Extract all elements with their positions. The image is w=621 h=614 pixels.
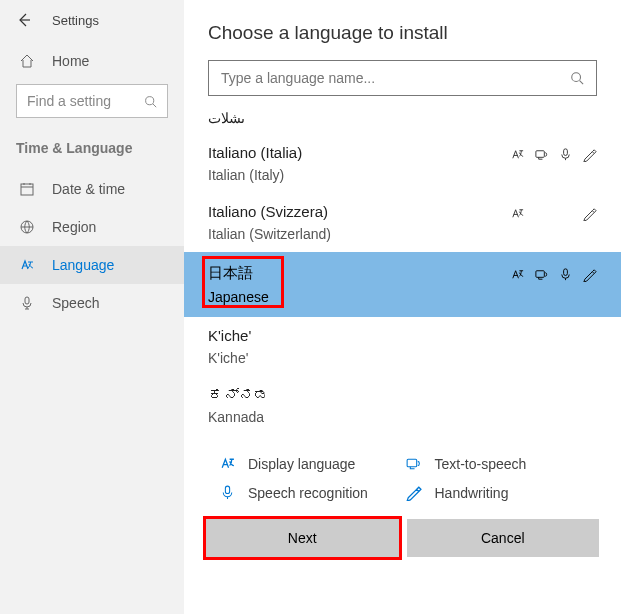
display-language-icon [509,266,525,282]
nav-speech[interactable]: Speech [0,284,184,322]
dialog-buttons: Next Cancel [206,519,599,557]
globe-icon [16,219,38,235]
svg-rect-6 [563,148,567,155]
find-placeholder: Find a setting [27,93,111,109]
svg-rect-5 [535,150,543,157]
svg-point-0 [146,96,154,104]
svg-rect-10 [225,486,229,493]
home-icon [16,53,38,69]
svg-rect-7 [535,270,543,277]
legend-handwriting: Handwriting [403,478,590,507]
display-language-icon [216,455,238,472]
settings-sidebar: Settings Home Find a setting Time & Lang… [0,0,184,614]
legend-speech-recognition: Speech recognition [216,478,403,507]
display-language-icon [509,146,525,162]
language-native-name: Italiano (Svizzera) [208,203,509,220]
nav-label: Region [52,219,96,235]
legend-tts: Text-to-speech [403,449,590,478]
cancel-button[interactable]: Cancel [407,519,600,557]
tts-icon [533,266,549,282]
language-english-name: K'iche' [208,350,597,366]
sidebar-title: Settings [52,13,99,28]
svg-rect-1 [21,184,33,195]
language-item[interactable]: ಕನ್ನಡ Kannada [184,376,621,435]
display-language-icon [509,205,525,221]
legend-label: Speech recognition [248,485,368,501]
language-item[interactable]: Italiano (Svizzera) Italian (Switzerland… [184,193,621,252]
language-list[interactable]: ىشلات Italiano (Italia) Italian (Italy) … [184,110,621,435]
tts-icon [533,146,549,162]
handwriting-icon [581,266,597,282]
svg-rect-8 [563,268,567,275]
back-icon[interactable] [16,12,32,28]
search-icon [144,95,157,108]
nav-region[interactable]: Region [0,208,184,246]
handwriting-icon [581,146,597,162]
handwriting-icon [581,205,597,221]
calendar-icon [16,181,38,197]
feature-legend: Display language Text-to-speech Speech r… [208,435,597,507]
legend-display-language: Display language [216,449,403,478]
legend-label: Text-to-speech [435,456,527,472]
section-header: Time & Language [0,134,184,170]
language-english-name: Japanese [208,289,509,305]
language-item[interactable]: ىشلات [184,110,621,134]
language-features [509,264,597,282]
speech-recognition-icon [557,266,573,282]
language-icon [16,257,38,273]
svg-rect-3 [25,297,29,304]
language-item-selected[interactable]: 日本語 Japanese [184,252,621,317]
speech-recognition-icon [216,484,238,501]
language-features [509,203,597,221]
dialog-title: Choose a language to install [208,22,597,44]
language-english-name: Italian (Switzerland) [208,226,509,242]
language-search-input[interactable]: Type a language name... [208,60,597,96]
sidebar-header: Settings [0,12,184,42]
nav-label: Home [52,53,89,69]
legend-label: Display language [248,456,355,472]
speech-recognition-icon [557,146,573,162]
language-native-name: Italiano (Italia) [208,144,509,161]
mic-icon [16,295,38,311]
language-install-dialog: Choose a language to install Type a lang… [184,0,621,614]
language-english-name: Kannada [208,409,597,425]
nav-label: Speech [52,295,99,311]
legend-label: Handwriting [435,485,509,501]
find-setting-input[interactable]: Find a setting [16,84,168,118]
language-features [509,144,597,162]
svg-rect-9 [407,459,417,466]
language-native-name: ಕನ್ನಡ [208,386,597,403]
nav-date-time[interactable]: Date & time [0,170,184,208]
language-item[interactable]: K'iche' K'iche' [184,317,621,376]
nav-language[interactable]: Language [0,246,184,284]
tts-icon [403,455,425,472]
nav-label: Date & time [52,181,125,197]
nav-label: Language [52,257,114,273]
svg-point-4 [572,73,581,82]
language-english-name: Italian (Italy) [208,167,509,183]
handwriting-icon [403,484,425,501]
nav-home[interactable]: Home [0,42,184,80]
language-native-name: K'iche' [208,327,597,344]
next-button[interactable]: Next [206,519,399,557]
language-item[interactable]: Italiano (Italia) Italian (Italy) [184,134,621,193]
search-placeholder: Type a language name... [221,70,375,86]
search-icon [570,71,584,85]
language-native-name: 日本語 [208,264,509,283]
